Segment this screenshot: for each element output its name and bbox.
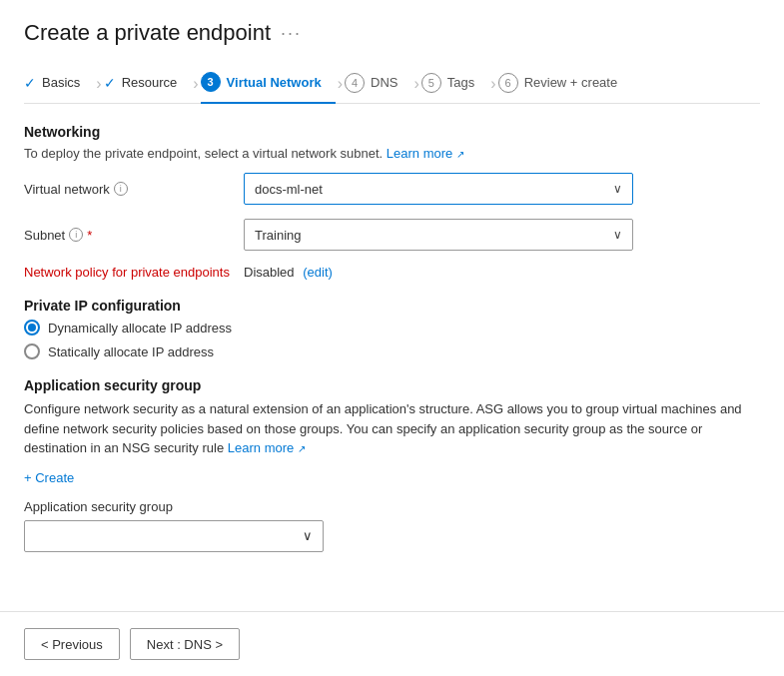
- separator-4: ›: [412, 75, 421, 93]
- subnet-value: Training: [255, 228, 301, 243]
- external-link-icon-asg: ↗: [298, 443, 306, 454]
- step-circle-4: 4: [345, 73, 365, 93]
- step-review[interactable]: 6 Review + create: [498, 65, 632, 103]
- create-asg-label: + Create: [24, 470, 74, 485]
- separator-2: ›: [191, 75, 200, 93]
- step-basics-label: Basics: [42, 75, 80, 90]
- step-circle-6: 6: [498, 73, 518, 93]
- steps-bar: ✓ Basics › ✓ Resource › 3 Virtual Networ…: [24, 64, 760, 104]
- chevron-down-icon: ∨: [613, 182, 622, 196]
- create-asg-link[interactable]: + Create: [24, 470, 74, 485]
- asg-section: Application security group Configure net…: [24, 377, 760, 552]
- check-icon: ✓: [24, 75, 36, 91]
- step-resource[interactable]: ✓ Resource: [104, 67, 192, 101]
- asg-dropdown-label: Application security group: [24, 499, 760, 514]
- dynamic-ip-option[interactable]: Dynamically allocate IP address: [24, 320, 760, 336]
- asg-title: Application security group: [24, 377, 760, 393]
- page-title: Create a private endpoint: [24, 20, 271, 46]
- asg-description: Configure network security as a natural …: [24, 399, 760, 458]
- network-policy-value-container: Disabled (edit): [244, 265, 333, 280]
- virtual-network-row: Virtual network i docs-ml-net ∨: [24, 173, 760, 205]
- virtual-network-info-icon[interactable]: i: [114, 182, 128, 196]
- ip-config-radio-group: Dynamically allocate IP address Statical…: [24, 320, 760, 359]
- check-icon-2: ✓: [104, 75, 116, 91]
- ip-config-title: Private IP configuration: [24, 298, 760, 314]
- ip-config-section: Private IP configuration Dynamically all…: [24, 298, 760, 359]
- static-ip-option[interactable]: Statically allocate IP address: [24, 343, 760, 359]
- step-resource-label: Resource: [122, 75, 178, 90]
- chevron-down-icon-2: ∨: [613, 228, 622, 242]
- subnet-info-icon[interactable]: i: [69, 228, 83, 242]
- networking-description: To deploy the private endpoint, select a…: [24, 146, 760, 161]
- network-policy-value: Disabled: [244, 265, 295, 280]
- step-basics[interactable]: ✓ Basics: [24, 67, 94, 101]
- page-title-dots: ···: [281, 23, 302, 44]
- virtual-network-value: docs-ml-net: [255, 182, 323, 197]
- step-circle-5: 5: [421, 73, 441, 93]
- static-radio-button[interactable]: [24, 343, 40, 359]
- step-virtual-network-label: Virtual Network: [227, 75, 322, 90]
- step-circle-3: 3: [201, 72, 221, 92]
- next-button[interactable]: Next : DNS >: [130, 628, 240, 660]
- subnet-label: Subnet i: [24, 228, 244, 243]
- dynamic-ip-label: Dynamically allocate IP address: [48, 321, 232, 336]
- step-tags-label: Tags: [447, 75, 474, 90]
- network-policy-row: Network policy for private endpoints Dis…: [24, 265, 760, 280]
- asg-dropdown[interactable]: ∨: [24, 520, 324, 552]
- separator-5: ›: [488, 75, 497, 93]
- network-policy-label: Network policy for private endpoints: [24, 265, 244, 280]
- step-review-label: Review + create: [524, 75, 618, 90]
- dynamic-radio-dot: [28, 324, 36, 332]
- virtual-network-label: Virtual network i: [24, 182, 244, 197]
- static-ip-label: Statically allocate IP address: [48, 344, 214, 359]
- separator-1: ›: [94, 75, 103, 93]
- subnet-row: Subnet i Training ∨: [24, 219, 760, 251]
- dynamic-radio-button[interactable]: [24, 320, 40, 336]
- subnet-dropdown[interactable]: Training ∨: [244, 219, 633, 251]
- virtual-network-dropdown[interactable]: docs-ml-net ∨: [244, 173, 633, 205]
- network-policy-edit-link[interactable]: (edit): [303, 265, 333, 280]
- step-virtual-network[interactable]: 3 Virtual Network: [201, 64, 336, 104]
- chevron-down-icon-3: ∨: [303, 528, 313, 543]
- previous-button[interactable]: < Previous: [24, 628, 120, 660]
- external-link-icon: ↗: [456, 149, 464, 160]
- step-tags[interactable]: 5 Tags: [421, 65, 488, 103]
- page-title-container: Create a private endpoint ···: [24, 20, 760, 46]
- separator-3: ›: [336, 75, 345, 93]
- learn-more-link-asg[interactable]: Learn more ↗: [228, 440, 306, 455]
- networking-section: Networking To deploy the private endpoin…: [24, 124, 760, 280]
- footer: < Previous Next : DNS >: [0, 611, 784, 676]
- learn-more-link-networking[interactable]: Learn more ↗: [387, 146, 464, 161]
- step-dns-label: DNS: [371, 75, 397, 90]
- networking-title: Networking: [24, 124, 760, 140]
- step-dns[interactable]: 4 DNS: [345, 65, 411, 103]
